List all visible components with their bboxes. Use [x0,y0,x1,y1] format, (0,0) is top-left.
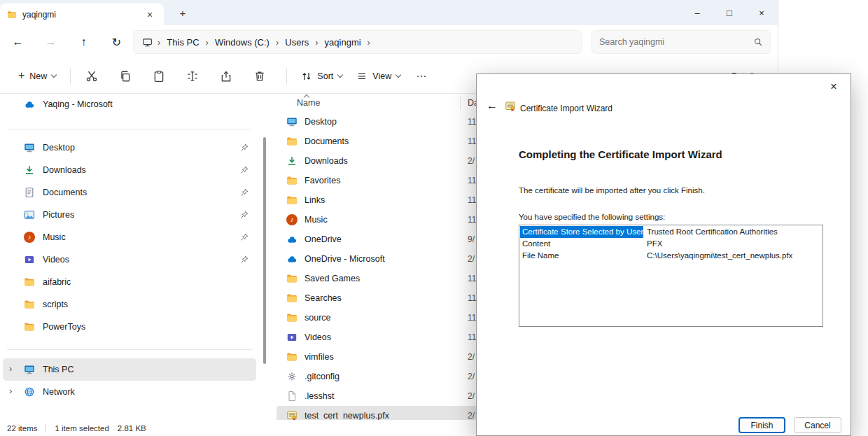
sidebar-item-pictures[interactable]: Pictures [3,204,256,226]
sidebar-item-this-pc[interactable]: › This PC [3,358,256,381]
cut-icon [85,70,98,83]
downloads-icon [24,164,35,176]
more-icon: ⋯ [416,70,427,83]
search-box[interactable] [592,30,771,54]
chevron-right-icon: › [315,37,318,48]
folder-icon [24,276,35,288]
breadcrumb-windows-c[interactable]: Windows (C:) [214,37,271,48]
back-button[interactable]: ← [1,29,34,55]
downloads-icon [286,155,298,167]
file-name: vimfiles [304,352,334,362]
sidebar-item-network[interactable]: › Network [3,381,256,403]
search-input[interactable] [599,37,753,47]
close-icon: × [147,9,153,20]
sidebar-item-videos[interactable]: Videos [3,248,256,271]
chevron-right-icon: › [368,37,370,48]
music-icon: ♪ [24,232,35,243]
selection-size: 2.81 KB [118,424,146,433]
file-date: 11 [468,332,476,342]
column-header-name[interactable]: Name [297,98,320,108]
delete-button[interactable] [246,64,274,88]
sidebar-item-documents[interactable]: Documents [3,181,256,204]
network-icon [24,386,35,398]
folder-icon [286,351,298,363]
sidebar-item-label: aifabric [43,277,71,287]
pin-icon [240,165,249,174]
setting-value: PFX [643,238,822,250]
maximize-button[interactable]: □ [713,0,746,25]
settings-list[interactable]: Certificate Store Selected by User Trust… [519,225,823,327]
forward-button[interactable]: → [34,29,67,55]
file-date: 11 [468,274,476,283]
sidebar-item-onedrive-account[interactable]: Yaqing - Microsoft [3,94,256,115]
cancel-button[interactable]: Cancel [794,417,841,433]
settings-row-certificate-store[interactable]: Certificate Store Selected by User Trust… [520,226,822,238]
rename-button[interactable] [178,64,206,88]
sidebar-item-downloads[interactable]: Downloads [3,159,256,181]
sidebar-item-music[interactable]: ♪ Music [3,226,256,248]
sort-label: Sort [317,71,333,81]
folder-icon [286,312,298,323]
file-date: 2/ [468,411,475,421]
sidebar-item-label: scripts [43,300,68,309]
documents-icon [24,187,35,198]
sidebar-item-desktop[interactable]: Desktop [3,136,256,159]
selection-count: 1 item selected [55,424,108,433]
column-divider[interactable] [460,96,461,110]
settings-row-content[interactable]: Content PFX [520,238,822,250]
copy-button[interactable] [111,64,139,88]
finish-button[interactable]: Finish [738,417,785,433]
breadcrumb-yaqingmi[interactable]: yaqingmi [323,37,363,48]
up-button[interactable]: ↑ [67,29,100,55]
file-name: Downloads [304,156,348,166]
sidebar-item-scripts[interactable]: scripts [3,293,256,316]
file-name: Favorites [304,176,340,185]
desktop-icon [24,142,35,153]
file-date: 11 [468,313,476,323]
tab-close-button[interactable]: × [143,8,157,22]
minimize-button[interactable]: – [681,0,713,25]
new-tab-button[interactable]: + [174,5,192,20]
sidebar-item-powertoys[interactable]: PowerToys [3,316,256,338]
sidebar-item-aifabric[interactable]: aifabric [3,271,256,293]
rename-icon [186,70,199,83]
chevron-right-icon[interactable]: › [9,363,12,374]
dialog-close-button[interactable]: × [824,78,844,95]
maximize-icon: □ [727,8,732,18]
breadcrumb-this-pc[interactable]: This PC [165,37,200,48]
close-window-button[interactable]: × [746,0,778,25]
file-date: 2/ [468,254,475,264]
new-button[interactable]: + New [11,64,63,88]
file-date: 11 [468,136,476,146]
chevron-right-icon[interactable]: › [9,386,12,396]
gear-icon [286,371,298,382]
view-button[interactable]: View [349,64,407,88]
sidebar-scrollbar[interactable] [263,137,266,364]
statusbar-separator [46,424,46,433]
settings-row-file-name[interactable]: File Name C:\Users\yaqingmi\test_cert_ne… [520,250,822,262]
file-date: 2/ [468,391,475,401]
file-date: 2/ [468,372,475,381]
back-icon: ← [486,99,498,111]
paste-button[interactable] [145,64,173,88]
explorer-tab[interactable]: yaqingmi × [0,3,164,25]
chevron-down-icon [51,71,57,77]
dialog-back-button[interactable]: ← [486,99,498,112]
chevron-down-icon [396,71,401,77]
file-name: Videos [304,332,331,342]
see-more-button[interactable]: ⋯ [407,64,435,88]
share-button[interactable] [212,64,240,88]
address-bar[interactable]: › This PC › Windows (C:) › Users › yaqin… [133,30,582,54]
setting-value: C:\Users\yaqingmi\test_cert_newplus.pfx [643,250,822,262]
cut-button[interactable] [78,64,106,88]
sort-button[interactable]: Sort [294,64,349,88]
file-date: 11 [468,293,476,303]
file-date: 11 [468,176,476,185]
setting-key: Content [520,238,643,250]
folder-icon [24,299,35,310]
refresh-button[interactable]: ↻ [100,29,133,55]
breadcrumb-users[interactable]: Users [284,37,310,48]
folder-icon [286,273,298,284]
this-pc-icon [24,364,35,375]
file-name: source [304,313,331,323]
